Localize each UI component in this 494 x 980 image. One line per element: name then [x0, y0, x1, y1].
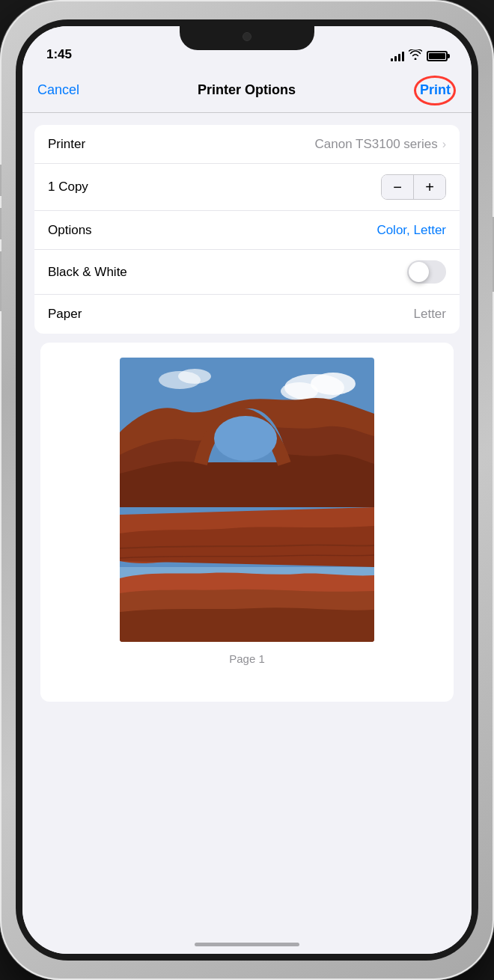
print-button-wrapper: Print: [414, 82, 457, 98]
copies-label: 1 Copy: [48, 180, 88, 195]
copies-row: 1 Copy − +: [34, 164, 460, 211]
mute-switch[interactable]: [0, 251, 1, 311]
signal-bar-4: [402, 52, 404, 61]
paper-value: Letter: [414, 307, 446, 322]
preview-card: Page 1: [40, 343, 454, 702]
front-camera: [243, 32, 251, 41]
options-label: Options: [48, 223, 92, 238]
status-icons: [391, 49, 448, 62]
paper-label: Paper: [48, 307, 82, 322]
volume-down-button[interactable]: [0, 208, 1, 239]
screen: 1:45: [22, 26, 472, 954]
cancel-button[interactable]: Cancel: [37, 82, 79, 98]
blackwhite-label: Black & White: [48, 265, 127, 280]
status-bar: 1:45: [22, 26, 472, 68]
signal-icon: [391, 51, 404, 61]
paper-row[interactable]: Paper Letter: [34, 295, 460, 334]
printer-row[interactable]: Printer Canon TS3100 series ›: [34, 125, 460, 164]
notch: [180, 26, 314, 50]
increment-button[interactable]: +: [414, 175, 445, 199]
toggle-knob: [409, 262, 429, 282]
decrement-button[interactable]: −: [382, 175, 413, 199]
wifi-icon: [409, 49, 422, 62]
copies-stepper: − +: [381, 174, 446, 200]
options-row[interactable]: Options Color, Letter: [34, 211, 460, 250]
phone-inner: 1:45: [16, 19, 478, 961]
phone-frame: 1:45: [0, 0, 494, 980]
printer-name: Canon TS3100 series: [315, 137, 438, 152]
print-highlight-circle: [414, 76, 456, 105]
printer-value: Canon TS3100 series ›: [315, 137, 446, 152]
svg-point-5: [178, 369, 211, 384]
page-title: Printer Options: [198, 82, 296, 98]
settings-card: Printer Canon TS3100 series › 1 Copy − +: [34, 125, 460, 334]
page-number: Page 1: [229, 652, 265, 665]
signal-bar-2: [394, 56, 397, 61]
signal-bar-1: [391, 58, 393, 61]
battery-icon: [427, 51, 448, 61]
home-indicator: [195, 943, 299, 946]
chevron-icon: ›: [442, 138, 446, 151]
navigation-bar: Cancel Printer Options Print: [22, 68, 472, 113]
options-value: Color, Letter: [376, 223, 446, 238]
blackwhite-toggle[interactable]: [407, 260, 446, 284]
preview-image: [120, 358, 374, 642]
volume-up-button[interactable]: [0, 165, 1, 196]
svg-point-3: [281, 382, 318, 400]
svg-point-6: [214, 416, 277, 461]
printer-label: Printer: [48, 137, 85, 152]
status-time: 1:45: [46, 47, 72, 62]
blackwhite-row: Black & White: [34, 250, 460, 295]
content-area: Printer Canon TS3100 series › 1 Copy − +: [22, 113, 472, 954]
signal-bar-3: [398, 54, 400, 61]
battery-fill: [429, 53, 445, 59]
